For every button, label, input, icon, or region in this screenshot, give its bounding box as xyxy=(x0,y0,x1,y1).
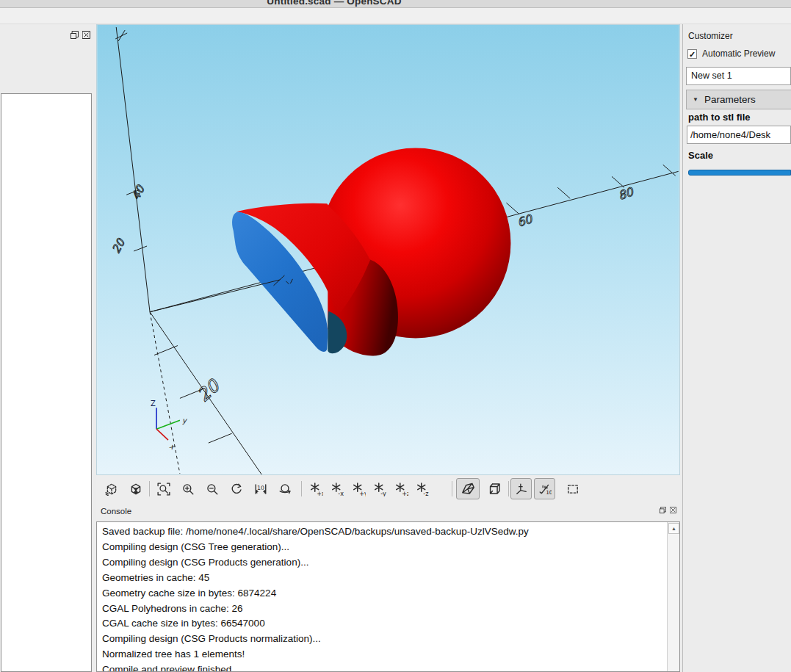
zoom-all-button[interactable] xyxy=(153,478,175,499)
console-lines: Saved backup file: /home/none4/.local/sh… xyxy=(102,524,665,672)
automatic-preview-row: ✓ Automatic Preview xyxy=(687,48,775,59)
console-line: Compiling design (CSG Tree generation)..… xyxy=(102,540,665,555)
orthographic-button[interactable] xyxy=(483,478,506,499)
view-plus-y-button[interactable]: +y xyxy=(347,478,369,499)
editor-panel xyxy=(0,24,95,672)
customizer-title: Customizer xyxy=(688,31,733,41)
preset-name-input[interactable]: New set 1 xyxy=(686,67,791,85)
parameters-section-header[interactable]: ▼ Parameters xyxy=(686,90,791,109)
viewport-toolbar: 10 +x -x +y -y +z -z 10 xyxy=(96,475,680,502)
svg-text:+x: +x xyxy=(317,489,323,496)
show-scale-markers-button[interactable]: 10 xyxy=(534,478,555,499)
automatic-preview-label: Automatic Preview xyxy=(702,48,775,59)
toolbar-separator xyxy=(508,481,509,496)
show-axes-button[interactable] xyxy=(510,478,532,499)
console-title: Console xyxy=(101,507,131,516)
console-line: Geometry cache size in bytes: 6874224 xyxy=(102,586,665,601)
view-distance-button[interactable]: 10 xyxy=(250,478,272,499)
svg-text:-x: -x xyxy=(338,489,344,496)
console-float-icon[interactable] xyxy=(660,507,666,513)
view-plus-z-button[interactable]: +z xyxy=(390,478,412,499)
console-line: CGAL Polyhedrons in cache: 26 xyxy=(102,601,665,617)
stl-path-label: path to stl file xyxy=(688,112,751,123)
toolbar-separator xyxy=(149,481,150,496)
collapse-arrow-icon: ▼ xyxy=(693,96,698,103)
3d-viewport[interactable]: 60 80 20 20 40 Z y x xyxy=(96,24,680,475)
editor-close-icon[interactable] xyxy=(82,31,90,39)
show-edges-button[interactable] xyxy=(562,478,584,499)
customizer-panel: Customizer ✓ Automatic Preview New set 1… xyxy=(683,24,791,672)
menu-strip xyxy=(0,8,791,24)
preview-button[interactable] xyxy=(101,478,123,499)
window-title: Untitled.scad — OpenSCAD xyxy=(0,0,668,7)
scroll-up-arrow[interactable]: ▲ xyxy=(668,523,679,534)
console-line: Compile and preview finished. xyxy=(102,662,665,672)
perspective-button[interactable] xyxy=(456,478,480,499)
console-header: Console xyxy=(96,505,680,520)
svg-text:+y: +y xyxy=(359,489,366,496)
render-button[interactable] xyxy=(125,478,147,499)
svg-text:10: 10 xyxy=(546,489,552,496)
zoom-in-button[interactable] xyxy=(177,478,199,499)
svg-text:10: 10 xyxy=(257,484,264,491)
console-line: Geometries in cache: 45 xyxy=(102,571,665,586)
console-panel: Console Saved backup file: /home/none4/.… xyxy=(96,502,680,672)
parameters-header-label: Parameters xyxy=(704,94,756,105)
toolbar-separator xyxy=(452,481,452,496)
window-titlebar: Untitled.scad — OpenSCAD xyxy=(0,0,791,8)
svg-text:+z: +z xyxy=(402,489,408,496)
console-close-icon[interactable] xyxy=(670,507,676,513)
view-minus-x-button[interactable]: -x xyxy=(326,478,348,499)
console-line: Normalized tree has 1 elements! xyxy=(102,647,665,662)
editor-text-area[interactable] xyxy=(1,93,92,672)
console-scrollbar[interactable]: ▲ xyxy=(667,522,679,671)
scale-slider[interactable] xyxy=(688,170,791,176)
console-line: Compiling design (CSG Products generatio… xyxy=(102,555,665,571)
console-log[interactable]: Saved backup file: /home/none4/.local/sh… xyxy=(96,521,680,672)
reset-view-button[interactable] xyxy=(225,478,248,499)
console-line: CGAL cache size in bytes: 66547000 xyxy=(102,616,665,632)
editor-float-icon[interactable] xyxy=(71,31,79,39)
console-line: Compiling design (CSG Products normaliza… xyxy=(102,632,665,647)
zoom-out-button[interactable] xyxy=(201,478,223,499)
svg-text:-y: -y xyxy=(380,489,386,496)
view-minus-y-button[interactable]: -y xyxy=(369,478,391,499)
automatic-preview-checkbox[interactable]: ✓ xyxy=(687,49,697,59)
stl-path-input[interactable]: /home/none4/Desk xyxy=(687,126,791,144)
svg-text:-z: -z xyxy=(423,489,428,496)
orbit-button[interactable] xyxy=(274,478,296,499)
view-minus-z-button[interactable]: -z xyxy=(411,478,433,499)
gizmo-z-label: Z xyxy=(151,400,156,408)
toolbar-separator xyxy=(301,481,302,496)
scale-label: Scale xyxy=(688,150,713,161)
scale-slider-fill xyxy=(688,170,791,176)
view-plus-x-button[interactable]: +x xyxy=(305,478,327,499)
console-line: Saved backup file: /home/none4/.local/sh… xyxy=(102,524,665,540)
